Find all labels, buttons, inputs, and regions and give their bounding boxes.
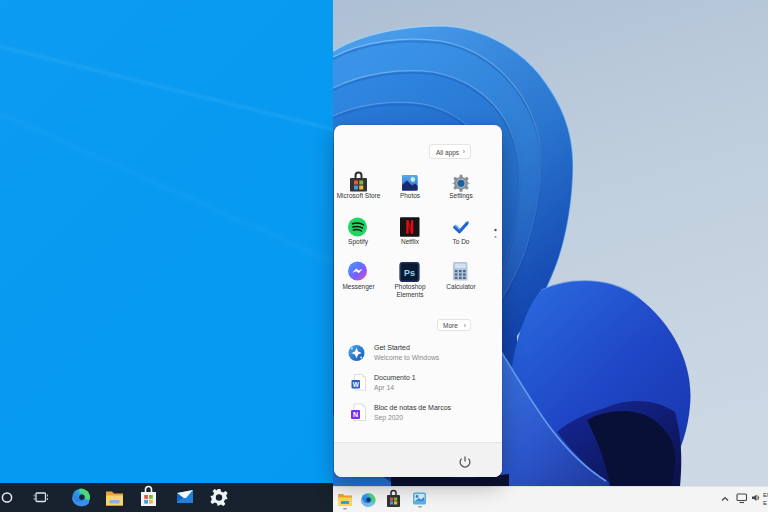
svg-text:E: E (763, 500, 767, 506)
svg-text:EN: EN (763, 492, 768, 498)
svg-text:N: N (353, 411, 358, 418)
svg-text:W: W (353, 381, 360, 388)
svg-text:Ps: Ps (404, 268, 415, 278)
